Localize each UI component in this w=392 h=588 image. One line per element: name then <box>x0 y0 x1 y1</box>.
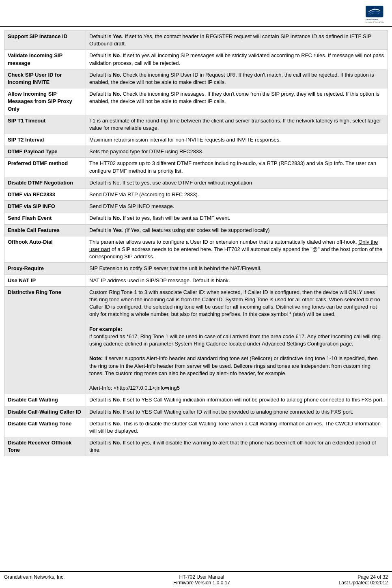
param-desc-cell: Default is No. If set to yes, flash will… <box>86 212 388 224</box>
table-row: SIP T2 IntervalMaximum retransmission in… <box>4 134 388 146</box>
param-name-cell: Validate incoming SIP message <box>4 50 86 69</box>
param-desc-cell: Default is No. This is to disable the st… <box>86 418 388 437</box>
grandstream-logo: G randstream Innovative IP Voice & Video <box>335 4 384 24</box>
param-name-cell: SIP T1 Timeout <box>4 115 86 134</box>
param-desc-cell: Default is No. If set to yes, it will di… <box>86 437 388 456</box>
settings-table: Support SIP Instance IDDefault is Yes. I… <box>4 30 388 456</box>
param-name-cell: Disable DTMF Negotiation <box>4 177 86 189</box>
param-desc-cell: Send DTMF via SIP INFO message. <box>86 201 388 212</box>
param-name-cell: Disable Call Waiting Tone <box>4 418 86 437</box>
footer-manual-title: HT-702 User Manual <box>173 574 230 580</box>
footer-center: HT-702 User Manual Firmware Version 1.0.… <box>173 574 230 586</box>
param-desc-cell: This parameter allows users to configure… <box>86 236 388 263</box>
param-name-cell: Preferred DTMF method <box>4 158 86 177</box>
svg-text:randstream: randstream <box>366 18 378 21</box>
param-desc-cell: Default is No. If set to YES Call Waitin… <box>86 394 388 406</box>
param-name-cell: Distinctive Ring Tone <box>4 286 86 394</box>
param-desc-cell: Default is No. If set to yes, use above … <box>86 177 388 189</box>
param-desc-cell: Default is No. If set to yes all incomin… <box>86 50 388 69</box>
page-wrapper: G randstream Innovative IP Voice & Video… <box>0 0 392 588</box>
param-name-cell: Allow Incoming SIP Messages from SIP Pro… <box>4 88 86 115</box>
table-row: Disable Receiver Offhook ToneDefault is … <box>4 437 388 456</box>
footer-right: Page 24 of 32 Last Updated: 02/2012 <box>339 574 388 586</box>
footer-page: Page 24 of 32 <box>339 574 388 580</box>
table-row: Proxy-RequireSIP Extension to notify SIP… <box>4 263 388 275</box>
param-desc-cell: T1 is an estimate of the round-trip time… <box>86 115 388 134</box>
content-area: Support SIP Instance IDDefault is Yes. I… <box>0 27 392 568</box>
param-desc-cell: Default is Yes. (If Yes, call features u… <box>86 224 388 236</box>
footer-firmware: Firmware Version 1.0.0.17 <box>173 580 230 586</box>
table-row: SIP T1 TimeoutT1 is an estimate of the r… <box>4 115 388 134</box>
param-name-cell: Send Flash Event <box>4 212 86 224</box>
param-name-cell: DTMF via RFC2833 <box>4 189 86 201</box>
param-name-cell: DTMF Payload Type <box>4 146 86 158</box>
table-row: DTMF via SIP INFOSend DTMF via SIP INFO … <box>4 201 388 212</box>
param-name-cell: Disable Receiver Offhook Tone <box>4 437 86 456</box>
param-name-cell: Check SIP User ID for incoming INVITE <box>4 69 86 88</box>
param-name-cell: DTMF via SIP INFO <box>4 201 86 212</box>
table-row: DTMF via RFC2833Send DTMF via RTP (Accor… <box>4 189 388 201</box>
param-name-cell: Offhook Auto-Dial <box>4 236 86 263</box>
table-row: Enable Call FeaturesDefault is Yes. (If … <box>4 224 388 236</box>
table-row: Distinctive Ring ToneCustom Ring Tone 1 … <box>4 286 388 394</box>
param-desc-cell: Sets the payload type for DTMF using RFC… <box>86 146 388 158</box>
table-row: Allow Incoming SIP Messages from SIP Pro… <box>4 88 388 115</box>
param-desc-cell: Default is No. Check the incoming SIP me… <box>86 88 388 115</box>
param-name-cell: Disable Call-Waiting Caller ID <box>4 406 86 418</box>
footer-left: Grandstream Networks, Inc. <box>4 574 65 586</box>
table-row: Support SIP Instance IDDefault is Yes. I… <box>4 31 388 50</box>
param-desc-cell: Default is No. If set to YES Call Waitin… <box>86 406 388 418</box>
param-desc-cell: Maximum retransmission interval for non-… <box>86 134 388 146</box>
param-desc-cell: Send DTMF via RTP (According to RFC 2833… <box>86 189 388 201</box>
page-footer: Grandstream Networks, Inc. HT-702 User M… <box>0 571 392 588</box>
param-name-cell: Enable Call Features <box>4 224 86 236</box>
param-name-cell: Disable Call Waiting <box>4 394 86 406</box>
param-desc-cell: The HT702 supports up to 3 different DTM… <box>86 158 388 177</box>
table-row: Validate incoming SIP messageDefault is … <box>4 50 388 69</box>
param-desc-cell: Custom Ring Tone 1 to 3 with associate C… <box>86 286 388 394</box>
table-row: Offhook Auto-DialThis parameter allows u… <box>4 236 388 263</box>
param-name-cell: Support SIP Instance ID <box>4 31 86 50</box>
logo-area: G randstream Innovative IP Voice & Video <box>335 4 384 24</box>
param-desc-cell: NAT IP address used in SIP/SDP message. … <box>86 275 388 286</box>
param-desc-cell: Default is No. Check the incoming SIP Us… <box>86 69 388 88</box>
table-row: Use NAT IPNAT IP address used in SIP/SDP… <box>4 275 388 286</box>
param-name-cell: SIP T2 Interval <box>4 134 86 146</box>
table-row: Disable Call WaitingDefault is No. If se… <box>4 394 388 406</box>
param-desc-cell: Default is Yes. If set to Yes, the conta… <box>86 31 388 50</box>
table-row: Preferred DTMF methodThe HT702 supports … <box>4 158 388 177</box>
table-row: Disable Call-Waiting Caller IDDefault is… <box>4 406 388 418</box>
table-row: Disable DTMF NegotiationDefault is No. I… <box>4 177 388 189</box>
footer-date: Last Updated: 02/2012 <box>339 580 388 586</box>
table-row: Check SIP User ID for incoming INVITEDef… <box>4 69 388 88</box>
table-row: Send Flash EventDefault is No. If set to… <box>4 212 388 224</box>
svg-text:Innovative IP Voice & Video: Innovative IP Voice & Video <box>366 21 384 23</box>
param-desc-cell: SIP Extension to notify SIP server that … <box>86 263 388 275</box>
table-row: Disable Call Waiting ToneDefault is No. … <box>4 418 388 437</box>
page-header: G randstream Innovative IP Voice & Video <box>0 0 392 27</box>
param-name-cell: Use NAT IP <box>4 275 86 286</box>
table-row: DTMF Payload TypeSets the payload type f… <box>4 146 388 158</box>
param-name-cell: Proxy-Require <box>4 263 86 275</box>
